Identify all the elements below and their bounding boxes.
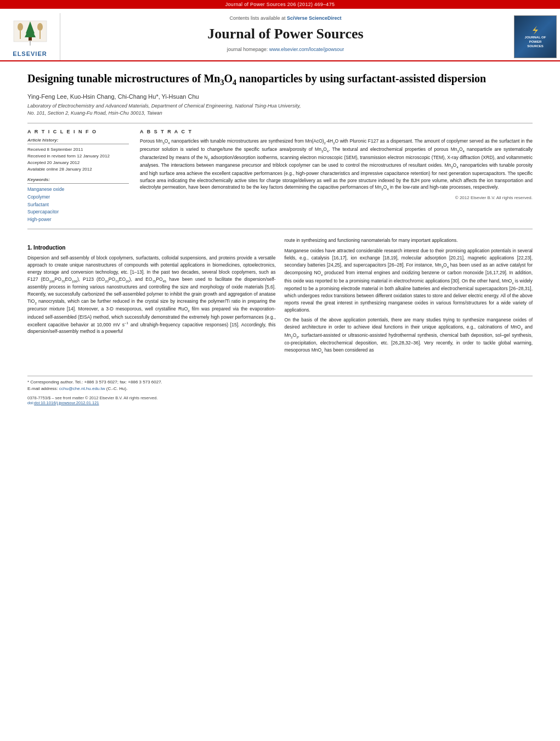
- keyword-2: Copolymer: [27, 194, 129, 201]
- article-history-label: Article history:: [27, 138, 129, 144]
- abstract-text: Porous Mn3O4 nanoparticles with tunable …: [140, 138, 533, 192]
- article-info-column: A R T I C L E I N F O Article history: R…: [27, 129, 129, 223]
- svg-marker-9: [533, 26, 538, 35]
- badge-icon: [527, 25, 544, 36]
- journal-homepage: journal homepage: www.elsevier.com/locat…: [227, 47, 344, 52]
- journal-title: Journal of Power Sources: [207, 25, 363, 42]
- intro-para-4: On the basis of the above application po…: [285, 316, 533, 354]
- article-affiliation: Laboratory of Electrochemistry and Advan…: [27, 103, 533, 116]
- footer-doi: doi:doi:10.1016/j.jpowsour.2012.01.121: [27, 400, 533, 405]
- power-sources-badge: JOURNAL OF POWER SOURCES: [514, 15, 557, 58]
- keyword-5: High-power: [27, 216, 129, 224]
- main-content: Designing tunable microstructures of Mn3…: [0, 61, 560, 368]
- journal-header: ELSEVIER Contents lists available at Sci…: [0, 9, 560, 61]
- homepage-link[interactable]: www.elsevier.com/locate/jpowsour: [269, 47, 344, 52]
- available-date: Available online 28 January 2012: [27, 166, 129, 173]
- elsevier-brand-label: ELSEVIER: [13, 50, 47, 57]
- svg-point-1: [18, 23, 23, 31]
- intro-para-2: route in synthesizing and functioning na…: [285, 237, 533, 244]
- body-content: 1. Introduction Dispersion and self-asse…: [27, 237, 533, 358]
- intro-para-3: Manganese oxides have attracted consider…: [285, 247, 533, 313]
- body-column-right: route in synthesizing and functioning na…: [285, 237, 533, 358]
- footer-issn: 0378-7753/$ – see front matter © 2012 El…: [27, 395, 533, 405]
- svg-point-6: [37, 23, 43, 31]
- intro-para-1: Dispersion and self-assembly of block co…: [27, 254, 276, 335]
- article-footer: * Corresponding author. Tel.: +886 3 573…: [27, 376, 533, 405]
- footnote-corresponding: * Corresponding author. Tel.: +886 3 573…: [27, 379, 533, 386]
- section-divider: [27, 123, 533, 123]
- article-title: Designing tunable microstructures of Mn3…: [27, 71, 533, 88]
- article-authors: Ying-Feng Lee, Kuo-Hsin Chang, Chi-Chang…: [27, 93, 533, 100]
- keyword-1: Manganese oxide: [27, 186, 129, 194]
- abstract-label: A B S T R A C T: [140, 129, 533, 134]
- accepted-date: Accepted 20 January 2012: [27, 160, 129, 166]
- keyword-4: Supercapacitor: [27, 208, 129, 216]
- received-date: Received 8 September 2011: [27, 146, 129, 153]
- keywords-label: Keywords:: [27, 177, 129, 184]
- body-column-left: 1. Introduction Dispersion and self-asse…: [27, 237, 276, 358]
- copyright-notice: © 2012 Elsevier B.V. All rights reserved…: [140, 195, 533, 200]
- sciverse-link: SciVerse ScienceDirect: [287, 15, 342, 21]
- intro-heading: 1. Introduction: [27, 244, 276, 252]
- abstract-column: A B S T R A C T Porous Mn3O4 nanoparticl…: [140, 129, 533, 223]
- email-link[interactable]: cchu@che.nt.hu.edu.tw: [59, 386, 105, 391]
- revised-date: Received in revised form 12 January 2012: [27, 153, 129, 160]
- elsevier-tree-icon: [8, 18, 52, 48]
- journal-logo-right: JOURNAL OF POWER SOURCES: [511, 13, 560, 60]
- journal-citation-bar: Journal of Power Sources 206 (2012) 469–…: [0, 0, 560, 9]
- article-info-label: A R T I C L E I N F O: [27, 129, 129, 134]
- body-divider: [27, 229, 533, 229]
- article-info-abstract: A R T I C L E I N F O Article history: R…: [27, 129, 533, 223]
- keyword-3: Surfactant: [27, 201, 129, 209]
- footnote-email: E-mail address: cchu@che.nt.hu.edu.tw (C…: [27, 386, 533, 392]
- journal-citation-text: Journal of Power Sources 206 (2012) 469–…: [225, 2, 335, 7]
- page: Journal of Power Sources 206 (2012) 469–…: [0, 0, 560, 741]
- badge-text: JOURNAL OF POWER SOURCES: [525, 36, 546, 48]
- elsevier-logo-area: ELSEVIER: [0, 13, 60, 60]
- sciverse-line: Contents lists available at SciVerse Sci…: [229, 15, 341, 21]
- journal-center-info: Contents lists available at SciVerse Sci…: [60, 13, 511, 60]
